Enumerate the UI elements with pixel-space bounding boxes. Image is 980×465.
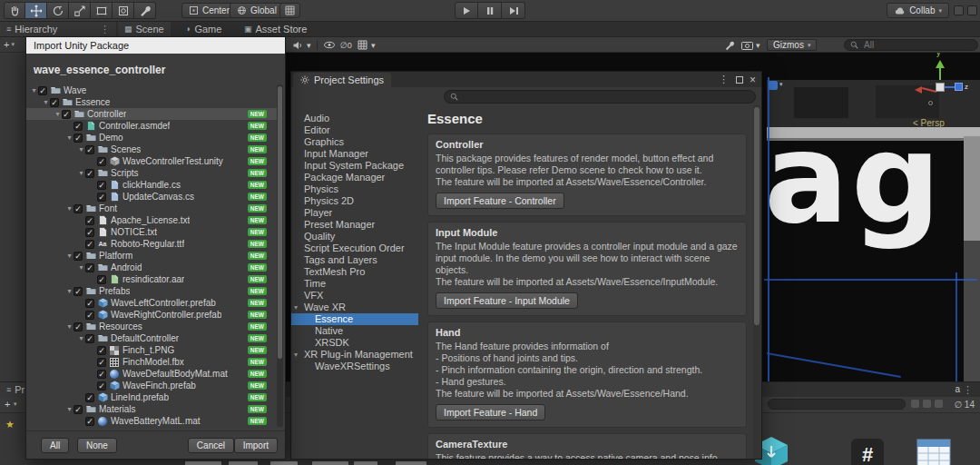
item-checkbox[interactable]: ✓ (97, 346, 106, 355)
item-checkbox[interactable]: ✓ (50, 98, 59, 107)
package-tree-item[interactable]: ✓WaveFinch.prefabNEW (26, 380, 278, 391)
foldout-arrow-icon[interactable]: ▾ (65, 287, 74, 295)
package-tree-item[interactable]: ✓WaveDefaultBodyMat.matNEW (26, 368, 278, 380)
kebab-menu-icon[interactable]: ⋮ (719, 74, 729, 85)
favorite-icon[interactable] (923, 400, 931, 408)
hand-tool-button[interactable] (4, 2, 25, 19)
item-checkbox[interactable]: ✓ (97, 181, 106, 190)
grid-visibility-icon[interactable] (358, 39, 368, 51)
package-tree-item[interactable]: ✓clickHandle.csNEW (26, 179, 278, 191)
item-checkbox[interactable]: ✓ (97, 370, 106, 379)
tab-scene[interactable]: ▦ Scene (118, 22, 171, 36)
package-tree-item[interactable]: ▾✓ScenesNEW (26, 143, 278, 155)
item-checkbox[interactable]: ✓ (74, 322, 83, 331)
settings-sidebar-item[interactable]: Time (291, 278, 418, 290)
kebab-menu-icon[interactable]: ⋮ (963, 384, 973, 396)
add-asset-button[interactable]: + (5, 399, 10, 410)
package-tree-item[interactable]: ✓AaRoboto-Regular.ttfNEW (26, 238, 278, 250)
scrollbar-thumb[interactable] (278, 86, 282, 359)
audio-toggle-icon[interactable] (292, 39, 304, 51)
item-checkbox[interactable]: ✓ (74, 134, 83, 143)
add-object-button[interactable]: + (4, 39, 9, 50)
package-tree-item[interactable]: ✓WaveLeftController.prefabNEW (26, 297, 278, 309)
package-tree-item[interactable]: ✓Apache_License.txtNEW (26, 214, 278, 226)
package-tree-item[interactable]: ✓WaveControllerTest.unityNEW (26, 155, 278, 167)
item-checkbox[interactable]: ✓ (85, 263, 94, 272)
lock-label[interactable]: a (955, 384, 960, 394)
scale-tool-button[interactable] (69, 2, 91, 19)
package-tree-item[interactable]: ▾✓PrefabsNEW (26, 285, 278, 297)
item-checkbox[interactable]: ✓ (85, 299, 94, 308)
item-checkbox[interactable]: ✓ (85, 145, 94, 154)
settings-sidebar-item[interactable]: Input System Package (291, 160, 418, 172)
tools-wrench-icon[interactable] (724, 39, 735, 51)
item-checkbox[interactable]: ✓ (85, 240, 94, 249)
rotate-tool-button[interactable] (47, 2, 69, 19)
package-tree-item[interactable]: ▾✓MaterialsNEW (26, 403, 278, 415)
settings-search-input[interactable] (462, 91, 720, 103)
transform-tool-button[interactable] (113, 2, 134, 19)
package-tree-item[interactable]: ✓WaveBatteryMatL.matNEW (26, 415, 278, 427)
foldout-arrow-icon[interactable]: ▾ (77, 334, 85, 342)
package-tree-item[interactable]: ✓Controller.asmdefNEW (26, 120, 278, 132)
gizmo-center-cube[interactable] (936, 83, 945, 92)
project-search-field[interactable] (768, 399, 906, 410)
import-feature-button[interactable]: Import Feature - Input Module (436, 292, 578, 309)
package-tree-item[interactable]: ▾✓Essence (26, 96, 278, 108)
custom-tool-button[interactable] (134, 2, 156, 19)
account-icon[interactable] (954, 5, 964, 15)
chevron-down-icon[interactable]: ▾ (307, 39, 311, 51)
tab-game[interactable]: ◗ Game (180, 22, 228, 36)
import-feature-button[interactable]: Import Feature - Controller (436, 193, 564, 209)
package-tree-item[interactable]: ✓LineInd.prefabNEW (26, 391, 278, 403)
visibility-eye-icon[interactable] (323, 39, 336, 51)
dialog-titlebar[interactable]: Import Unity Package (26, 37, 285, 54)
settings-icon[interactable] (911, 400, 919, 408)
select-all-button[interactable]: All (41, 438, 69, 453)
foldout-arrow-icon[interactable]: ▾ (65, 252, 74, 260)
foldout-arrow-icon[interactable]: ▾ (42, 98, 50, 106)
item-checkbox[interactable]: ✓ (62, 110, 71, 119)
table-asset-icon[interactable] (916, 439, 951, 465)
gizmos-button[interactable]: Gizmos ▾ (767, 39, 817, 51)
foldout-arrow-icon[interactable]: ▾ (294, 349, 298, 361)
foldout-arrow-icon[interactable]: ▾ (30, 86, 38, 94)
orientation-toggle-button[interactable]: Global (230, 3, 284, 18)
foldout-arrow-icon[interactable]: ▾ (65, 204, 74, 213)
scene-search-field[interactable] (844, 39, 978, 51)
package-tree-item[interactable]: ▾✓DemoNEW (26, 132, 278, 143)
settings-sidebar-item[interactable]: Physics 2D (291, 195, 418, 207)
scene-overlay-icon[interactable] (769, 81, 778, 90)
settings-sidebar-item[interactable]: TextMesh Pro (291, 266, 418, 278)
step-button[interactable] (502, 2, 525, 19)
item-checkbox[interactable]: ✓ (85, 417, 94, 426)
import-button[interactable]: Import (234, 438, 278, 453)
perspective-label[interactable]: < Persp (913, 118, 945, 128)
project-settings-tab[interactable]: Project Settings (293, 73, 391, 87)
settings-sidebar-item[interactable]: Tags and Layers (291, 254, 418, 266)
x-axis-cone[interactable] (915, 86, 922, 94)
item-checkbox[interactable]: ✓ (85, 216, 94, 225)
settings-sidebar-item[interactable]: ▾Wave XR (291, 302, 418, 313)
tab-hierarchy[interactable]: ≡ Hierarchy ⋮ (0, 22, 116, 36)
item-checkbox[interactable]: ✓ (97, 193, 106, 202)
package-tree-item[interactable]: ▾✓ScriptsNEW (26, 167, 278, 179)
settings-sidebar-item[interactable]: Package Manager (291, 172, 418, 183)
settings-sidebar-item[interactable]: XRSDK (291, 337, 418, 349)
item-checkbox[interactable]: ✓ (74, 405, 83, 414)
grid-snap-button[interactable] (279, 3, 300, 18)
package-tree-item[interactable]: ✓WaveRightController.prefabNEW (26, 309, 278, 321)
kebab-menu-icon[interactable]: ⋮ (100, 24, 110, 35)
item-checkbox[interactable]: ✓ (85, 228, 94, 237)
chevron-down-icon[interactable]: ▾ (14, 401, 17, 408)
z-axis-handle[interactable] (955, 83, 963, 91)
settings-sidebar-item[interactable]: Script Execution Order (291, 242, 418, 254)
item-checkbox[interactable]: ✓ (85, 169, 94, 178)
settings-sidebar-item[interactable]: Editor (291, 124, 418, 136)
scene-orientation-gizmo[interactable]: y z (910, 58, 970, 118)
script-asset-icon[interactable]: # (851, 439, 884, 465)
pivot-toggle-button[interactable]: Center (181, 3, 237, 18)
item-checkbox[interactable]: ✓ (97, 275, 106, 284)
chevron-down-icon[interactable]: ▾ (11, 41, 15, 48)
dialog-scrollbar[interactable] (277, 84, 283, 427)
